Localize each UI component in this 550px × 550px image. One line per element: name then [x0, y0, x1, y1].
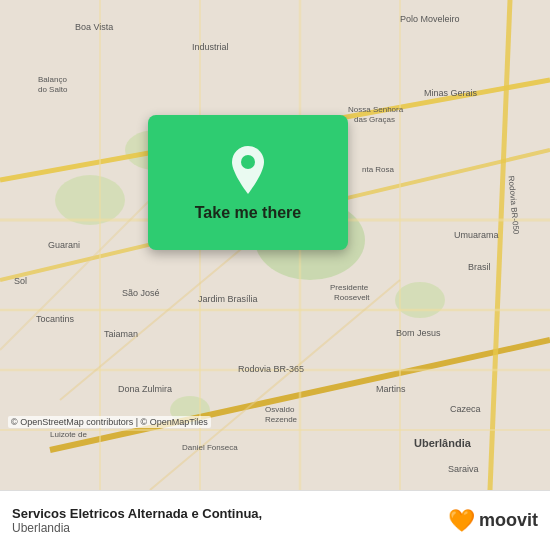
svg-text:Daniel Fonseca: Daniel Fonseca — [182, 443, 238, 452]
svg-text:Cazeca: Cazeca — [450, 404, 481, 414]
svg-text:Nossa Senhora: Nossa Senhora — [348, 105, 404, 114]
svg-text:São José: São José — [122, 288, 160, 298]
svg-text:Umuarama: Umuarama — [454, 230, 499, 240]
map-attribution: © OpenStreetMap contributors | © OpenMap… — [8, 416, 211, 428]
svg-text:Osvaldo: Osvaldo — [265, 405, 295, 414]
svg-text:Tocantins: Tocantins — [36, 314, 75, 324]
place-info: Servicos Eletricos Alternada e Continua,… — [12, 506, 448, 535]
place-city: Uberlandia — [12, 521, 448, 535]
svg-text:Boa Vista: Boa Vista — [75, 22, 113, 32]
svg-text:Balanço: Balanço — [38, 75, 67, 84]
take-me-there-button[interactable]: Take me there — [148, 115, 348, 250]
svg-text:Uberlândia: Uberlândia — [414, 437, 472, 449]
svg-text:Rodovia BR-365: Rodovia BR-365 — [238, 364, 304, 374]
map-container: Boa Vista Industrial Polo Moveleiro Bala… — [0, 0, 550, 490]
svg-text:do Salto: do Salto — [38, 85, 68, 94]
take-me-there-label: Take me there — [195, 204, 301, 222]
svg-text:Industrial: Industrial — [192, 42, 229, 52]
svg-point-4 — [395, 282, 445, 318]
svg-text:Brasil: Brasil — [468, 262, 491, 272]
svg-point-52 — [241, 155, 255, 169]
svg-text:Bom Jesus: Bom Jesus — [396, 328, 441, 338]
bottom-bar: Servicos Eletricos Alternada e Continua,… — [0, 490, 550, 550]
svg-text:Polo Moveleiro: Polo Moveleiro — [400, 14, 460, 24]
svg-text:Luizote de: Luizote de — [50, 430, 87, 439]
svg-point-2 — [55, 175, 125, 225]
svg-text:das Graças: das Graças — [354, 115, 395, 124]
svg-text:Rezende: Rezende — [265, 415, 298, 424]
svg-text:Minas Gerais: Minas Gerais — [424, 88, 478, 98]
svg-text:nta Rosa: nta Rosa — [362, 165, 395, 174]
svg-text:Guarani: Guarani — [48, 240, 80, 250]
location-pin-icon — [226, 144, 270, 196]
moovit-icon: 🧡 — [448, 508, 475, 534]
svg-text:Presidente: Presidente — [330, 283, 369, 292]
svg-text:Martins: Martins — [376, 384, 406, 394]
moovit-logo: 🧡 moovit — [448, 508, 538, 534]
svg-text:Roosevelt: Roosevelt — [334, 293, 370, 302]
svg-text:Sol: Sol — [14, 276, 27, 286]
svg-text:Taiaman: Taiaman — [104, 329, 138, 339]
place-name: Servicos Eletricos Alternada e Continua, — [12, 506, 448, 521]
moovit-text: moovit — [479, 510, 538, 531]
svg-text:Dona Zulmira: Dona Zulmira — [118, 384, 172, 394]
svg-text:Jardim Brasília: Jardim Brasília — [198, 294, 258, 304]
svg-text:Saraiva: Saraiva — [448, 464, 479, 474]
